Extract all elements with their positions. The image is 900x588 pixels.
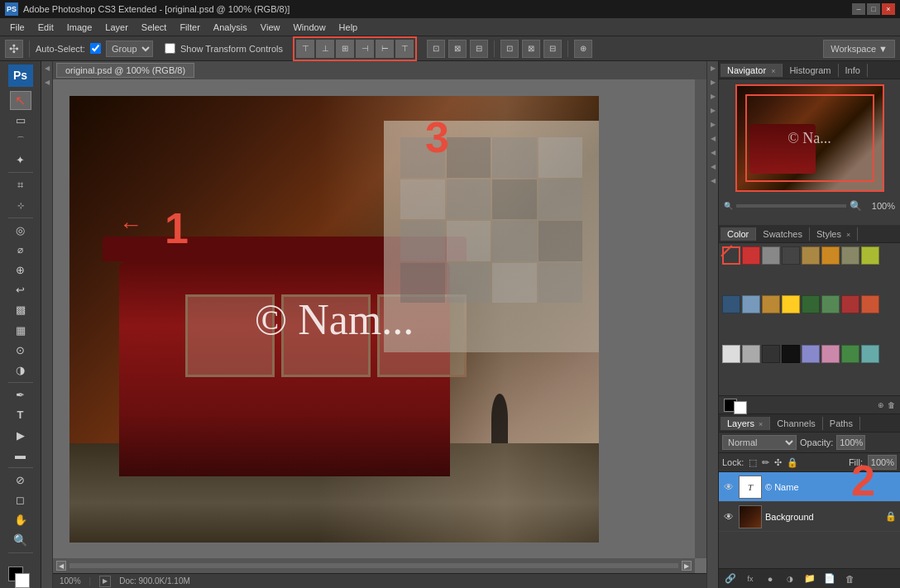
swatch-yellow-green[interactable] bbox=[861, 246, 879, 265]
swatch-red-dark[interactable] bbox=[742, 246, 760, 265]
eraser-tool[interactable]: ▩ bbox=[10, 300, 31, 319]
menu-filter[interactable]: Filter bbox=[173, 21, 206, 34]
dist-right-btn[interactable]: ⊟ bbox=[543, 40, 562, 58]
lock-transparent-btn[interactable]: ⬚ bbox=[749, 457, 757, 468]
tab-info[interactable]: Info bbox=[839, 64, 868, 77]
minimize-button[interactable]: – bbox=[852, 3, 865, 15]
auto-select-checkbox[interactable] bbox=[90, 43, 101, 54]
close-button[interactable]: × bbox=[882, 3, 895, 15]
lock-all-btn[interactable]: 🔒 bbox=[787, 457, 798, 468]
pen-tool[interactable]: ✒ bbox=[10, 385, 31, 404]
crop-tool[interactable]: ⌗ bbox=[10, 175, 31, 194]
maximize-button[interactable]: □ bbox=[867, 3, 880, 15]
align-bottom-btn[interactable]: ⊞ bbox=[336, 40, 354, 58]
lasso-tool[interactable]: ⌒ bbox=[10, 131, 31, 150]
slice-tool[interactable]: ⊹ bbox=[10, 195, 31, 214]
tab-histogram[interactable]: Histogram bbox=[783, 64, 838, 77]
align-vcenter-btn[interactable]: ⊥ bbox=[316, 40, 334, 58]
layer-mask-btn[interactable]: ● bbox=[762, 571, 778, 586]
swatch-dark-gray[interactable] bbox=[782, 246, 800, 265]
tab-navigator-close[interactable]: × bbox=[771, 67, 775, 75]
move-tool-btn[interactable]: ✣ bbox=[5, 40, 23, 58]
menu-file[interactable]: File bbox=[3, 21, 31, 34]
tab-swatches[interactable]: Swatches bbox=[756, 227, 810, 241]
swatch-yellow[interactable] bbox=[782, 295, 800, 313]
blend-mode-select[interactable]: Normal Multiply Screen bbox=[722, 435, 797, 450]
swatch-orange[interactable] bbox=[821, 246, 840, 265]
canvas-scrollbar-bottom[interactable]: ◀ ▶ bbox=[53, 558, 695, 573]
dist-hcenter-btn[interactable]: ⊠ bbox=[522, 40, 540, 58]
new-layer-btn[interactable]: 📄 bbox=[821, 571, 838, 586]
tab-color[interactable]: Color bbox=[720, 227, 756, 241]
swatch-teal[interactable] bbox=[861, 345, 879, 363]
eyedropper-tool[interactable]: ⊘ bbox=[10, 471, 31, 490]
background-color[interactable] bbox=[15, 573, 30, 588]
tab-layers[interactable]: Layers × bbox=[720, 417, 770, 430]
canvas-scrollbar-right[interactable] bbox=[695, 79, 706, 558]
show-transform-checkbox[interactable] bbox=[165, 43, 175, 54]
notes-tool[interactable]: ◻ bbox=[10, 490, 31, 509]
status-arrow-btn[interactable]: ▶ bbox=[99, 576, 111, 587]
gradient-tool[interactable]: ▦ bbox=[10, 321, 31, 340]
swatch-rust[interactable] bbox=[861, 295, 879, 313]
swatch-very-dark[interactable] bbox=[762, 345, 780, 363]
clone-tool[interactable]: ⊕ bbox=[10, 261, 31, 280]
menu-layer[interactable]: Layer bbox=[98, 21, 135, 34]
canvas-tab[interactable]: original.psd @ 100% (RGB/8) bbox=[56, 63, 194, 78]
swatch-light-gray[interactable] bbox=[722, 345, 740, 363]
swatch-pink[interactable] bbox=[821, 345, 840, 363]
dist-left-btn[interactable]: ⊡ bbox=[500, 40, 519, 58]
lock-pixels-btn[interactable]: ✏ bbox=[762, 457, 769, 468]
blur-tool[interactable]: ⊙ bbox=[10, 341, 31, 360]
add-swatch-btn[interactable]: ⊕ bbox=[878, 401, 884, 409]
align-top-btn[interactable]: ⊤ bbox=[296, 40, 314, 58]
link-layers-btn[interactable]: 🔗 bbox=[722, 571, 739, 586]
right-collapse-handle[interactable]: ▶ ▶ ▶ ▶ ▶ ◀ ◀ ◀ ◀ bbox=[706, 61, 718, 588]
canvas-content[interactable]: © Nam... ← 1 3 ◀ ▶ bbox=[53, 79, 706, 573]
tab-channels[interactable]: Channels bbox=[770, 417, 822, 430]
swatch-tan[interactable] bbox=[762, 295, 780, 313]
menu-window[interactable]: Window bbox=[286, 21, 332, 34]
swatch-crimson[interactable] bbox=[841, 295, 859, 313]
marquee-tool[interactable]: ▭ bbox=[10, 111, 31, 130]
align-left-btn[interactable]: ⊣ bbox=[356, 40, 374, 58]
menu-analysis[interactable]: Analysis bbox=[207, 21, 254, 34]
dist-vcenter-btn[interactable]: ⊠ bbox=[448, 40, 467, 58]
tab-styles-close[interactable]: × bbox=[846, 231, 850, 239]
zoom-slider[interactable] bbox=[736, 204, 846, 208]
swatch-periwinkle[interactable] bbox=[802, 345, 820, 363]
lock-position-btn[interactable]: ✣ bbox=[774, 457, 782, 468]
nav-selection-box[interactable] bbox=[745, 94, 874, 182]
group-select[interactable]: Group Layer bbox=[106, 41, 153, 57]
bg-color-small[interactable] bbox=[734, 401, 747, 414]
swatch-brown[interactable] bbox=[802, 246, 820, 265]
tab-styles[interactable]: Styles × bbox=[810, 227, 858, 241]
swatch-steel-blue[interactable] bbox=[722, 295, 740, 313]
align-hcenter-btn[interactable]: ⊢ bbox=[376, 40, 394, 58]
tab-paths[interactable]: Paths bbox=[823, 417, 860, 430]
swatch-medium-green[interactable] bbox=[821, 295, 840, 313]
dist-bottom-btn[interactable]: ⊟ bbox=[470, 40, 488, 58]
layer-fx-btn[interactable]: fx bbox=[742, 571, 759, 586]
dodge-tool[interactable]: ◑ bbox=[10, 361, 31, 380]
layer-eye-name[interactable]: 👁 bbox=[722, 480, 735, 494]
brush-tool[interactable]: ⌀ bbox=[10, 241, 31, 260]
remove-swatch-btn[interactable]: 🗑 bbox=[888, 401, 895, 409]
history-brush-tool[interactable]: ↩ bbox=[10, 280, 31, 299]
layer-row-background[interactable]: 👁 Background 🔒 bbox=[719, 502, 900, 532]
menu-view[interactable]: View bbox=[254, 21, 287, 34]
tab-navigator[interactable]: Navigator × bbox=[720, 64, 783, 77]
hand-tool[interactable]: ✋ bbox=[10, 510, 31, 529]
menu-select[interactable]: Select bbox=[135, 21, 174, 34]
new-group-btn[interactable]: 📁 bbox=[802, 571, 818, 586]
tab-layers-close[interactable]: × bbox=[759, 420, 763, 428]
layer-eye-background[interactable]: 👁 bbox=[722, 510, 735, 523]
canvas-nav-left[interactable]: ◀ bbox=[56, 561, 66, 571]
shape-tool[interactable]: ▬ bbox=[10, 446, 31, 465]
menu-image[interactable]: Image bbox=[60, 21, 99, 34]
swatch-gray-mid[interactable] bbox=[762, 246, 780, 265]
swatch-none[interactable] bbox=[722, 246, 740, 265]
move-tool[interactable]: ↖ bbox=[10, 91, 31, 110]
dist-top-btn[interactable]: ⊡ bbox=[427, 40, 445, 58]
swatch-dark-green[interactable] bbox=[802, 295, 820, 313]
